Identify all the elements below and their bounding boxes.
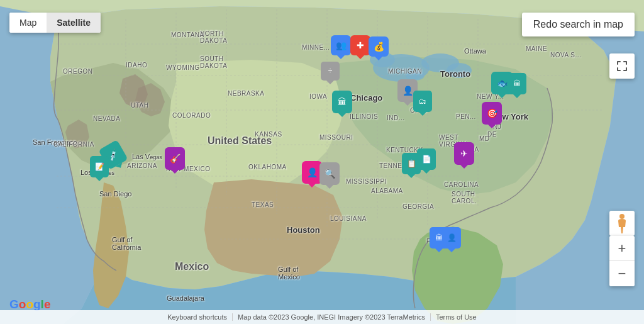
- marker-m4[interactable]: ÷: [321, 62, 340, 81]
- fullscreen-button[interactable]: [609, 53, 635, 79]
- svg-point-35: [619, 214, 625, 219]
- marker-m3[interactable]: 💰: [369, 36, 389, 57]
- zoom-out-button[interactable]: −: [609, 261, 635, 286]
- satellite-button[interactable]: Satellite: [47, 13, 101, 33]
- map-data-attribution: Map data ©2023 Google, INEGI Imagery ©20…: [233, 313, 431, 321]
- marker-m9[interactable]: 🏛: [508, 73, 526, 94]
- marker-m17[interactable]: 📄: [417, 148, 436, 170]
- attribution-bar: Keyboard shortcuts Map data ©2023 Google…: [0, 310, 644, 324]
- marker-m12[interactable]: 📝: [90, 156, 109, 177]
- marker-m1[interactable]: 👥: [331, 35, 351, 55]
- zoom-in-button[interactable]: +: [609, 236, 635, 261]
- marker-m20[interactable]: 👤: [442, 227, 461, 249]
- streetview-button[interactable]: [609, 211, 635, 236]
- map-button[interactable]: Map: [9, 13, 47, 33]
- keyboard-shortcuts-link[interactable]: Keyboard shortcuts: [162, 313, 233, 321]
- marker-m13[interactable]: 🎸: [165, 147, 185, 170]
- zoom-controls[interactable]: + −: [609, 236, 635, 286]
- svg-point-13: [447, 63, 472, 78]
- marker-m18[interactable]: ✈: [454, 142, 474, 165]
- marker-m7[interactable]: 🗂: [413, 91, 432, 112]
- redo-search-button[interactable]: Redo search in map: [522, 13, 635, 36]
- map-type-toggle[interactable]: Map Satellite: [9, 13, 101, 33]
- marker-m5[interactable]: 🏛: [332, 91, 352, 113]
- marker-m15[interactable]: 🔍: [319, 162, 340, 185]
- google-logo: Google: [9, 298, 50, 311]
- map-container[interactable]: Map Satellite Redo search in map + − Uni…: [0, 0, 644, 324]
- marker-m2[interactable]: ✚: [350, 35, 370, 55]
- marker-m10[interactable]: 🎯: [482, 102, 502, 125]
- terms-of-use-link[interactable]: Terms of Use: [431, 313, 482, 321]
- svg-marker-9: [204, 179, 343, 277]
